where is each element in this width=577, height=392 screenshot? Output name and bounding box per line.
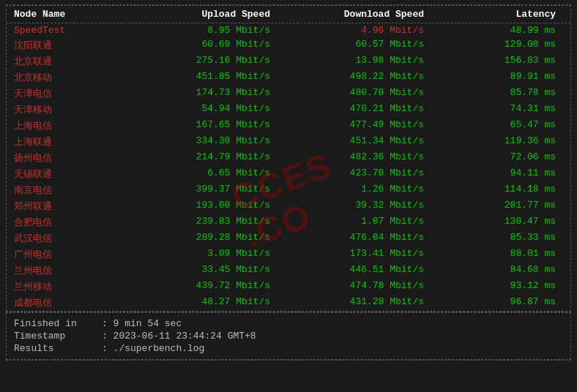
row-download: 1.26 Mbit/s — [285, 184, 439, 197]
table-row: 兰州移动 439.72 Mbit/s 474.78 Mbit/s 93.12 m… — [7, 279, 570, 295]
row-download: 173.41 Mbit/s — [285, 248, 439, 261]
header-latency: Latency — [439, 9, 556, 20]
footer-section: Finished in : 9 min 54 sec Timestamp : 2… — [6, 312, 571, 360]
row-name: 上海电信 — [14, 119, 131, 132]
row-download: 423.78 Mbit/s — [285, 167, 439, 181]
row-upload: 54.94 Mbit/s — [131, 103, 285, 116]
row-download: 482.36 Mbit/s — [285, 151, 439, 165]
header-upload-speed: Upload Speed — [131, 9, 285, 20]
row-name: 南京电信 — [14, 184, 131, 197]
row-download: 13.98 Mbit/s — [285, 55, 439, 68]
table-row: 天津电信 174.73 Mbit/s 480.70 Mbit/s 85.78 m… — [7, 86, 570, 102]
row-latency: 114.18 ms — [439, 184, 556, 197]
row-download: 498.22 Mbit/s — [285, 71, 439, 84]
row-name: 北京联通 — [14, 55, 131, 68]
row-latency: 65.47 ms — [439, 119, 556, 132]
row-upload: 451.85 Mbit/s — [131, 71, 285, 84]
header-download-speed: Download Speed — [285, 9, 439, 20]
row-upload: 60.69 Mbit/s — [131, 39, 285, 52]
footer-results-value: : ./superbench.log — [102, 343, 204, 354]
row-download: 1.07 Mbit/s — [285, 216, 439, 229]
row-latency: 85.33 ms — [439, 232, 556, 245]
row-name: 合肥电信 — [14, 216, 131, 229]
row-latency: 129.08 ms — [439, 39, 556, 52]
table-row: 北京联通 275.16 Mbit/s 13.98 Mbit/s 156.83 m… — [7, 53, 570, 69]
row-download: 4.96 Mbit/s — [285, 25, 439, 36]
row-name: 天津移动 — [14, 103, 131, 116]
row-upload: 289.28 Mbit/s — [131, 232, 285, 245]
row-download: 476.04 Mbit/s — [285, 232, 439, 245]
footer-finished: Finished in : 9 min 54 sec — [14, 317, 563, 330]
row-latency: 119.36 ms — [439, 135, 556, 148]
table-row: 武汉电信 289.28 Mbit/s 476.04 Mbit/s 85.33 m… — [7, 230, 570, 246]
table-row: 兰州电信 33.45 Mbit/s 446.51 Mbit/s 84.68 ms — [7, 263, 570, 279]
table-row: 上海联通 334.30 Mbit/s 451.34 Mbit/s 119.36 … — [7, 134, 570, 150]
row-name: 无锡联通 — [14, 167, 131, 181]
row-upload: 174.73 Mbit/s — [131, 87, 285, 100]
row-latency: 130.47 ms — [439, 216, 556, 229]
table-row: 南京电信 399.37 Mbit/s 1.26 Mbit/s 114.18 ms — [7, 182, 570, 198]
row-download: 39.32 Mbit/s — [285, 200, 439, 213]
row-upload: 6.65 Mbit/s — [131, 167, 285, 181]
row-upload: 167.65 Mbit/s — [131, 119, 285, 132]
row-latency: 93.12 ms — [439, 280, 556, 293]
footer-timestamp-label: Timestamp — [14, 331, 102, 342]
row-download: 446.51 Mbit/s — [285, 264, 439, 277]
footer-timestamp-value: : 2023-06-11 23:44:24 GMT+8 — [102, 331, 256, 342]
row-download: 451.34 Mbit/s — [285, 135, 439, 148]
table-row: 上海电信 167.65 Mbit/s 477.49 Mbit/s 65.47 m… — [7, 118, 570, 134]
row-upload: 439.72 Mbit/s — [131, 280, 285, 293]
row-latency: 88.01 ms — [439, 248, 556, 261]
table-body: SpeedTest 8.95 Mbit/s 4.96 Mbit/s 48.99 … — [7, 23, 570, 311]
footer-results: Results : ./superbench.log — [14, 342, 563, 355]
row-upload: 239.83 Mbit/s — [131, 216, 285, 229]
footer-results-label: Results — [14, 343, 102, 354]
row-upload: 33.45 Mbit/s — [131, 264, 285, 277]
row-name: 郑州联通 — [14, 200, 131, 213]
row-download: 60.57 Mbit/s — [285, 39, 439, 52]
row-latency: 85.78 ms — [439, 87, 556, 100]
row-name: 广州电信 — [14, 248, 131, 261]
row-latency: 156.83 ms — [439, 55, 556, 68]
row-upload: 399.37 Mbit/s — [131, 184, 285, 197]
row-upload: 3.09 Mbit/s — [131, 248, 285, 261]
row-name: 武汉电信 — [14, 232, 131, 245]
table-row: 无锡联通 6.65 Mbit/s 423.78 Mbit/s 94.11 ms — [7, 166, 570, 182]
row-upload: 193.00 Mbit/s — [131, 200, 285, 213]
table-row: 合肥电信 239.83 Mbit/s 1.07 Mbit/s 130.47 ms — [7, 214, 570, 230]
row-latency: 94.11 ms — [439, 167, 556, 181]
row-download: 431.28 Mbit/s — [285, 296, 439, 309]
row-name: 成都电信 — [14, 296, 131, 309]
row-name: 兰州电信 — [14, 264, 131, 277]
header-node-name: Node Name — [14, 9, 131, 20]
row-name: SpeedTest — [14, 25, 131, 36]
row-latency: 201.77 ms — [439, 200, 556, 213]
row-download: 480.70 Mbit/s — [285, 87, 439, 100]
row-name: 兰州移动 — [14, 280, 131, 293]
table-header: Node Name Upload Speed Download Speed La… — [7, 6, 570, 23]
table-row: 沈阳联通 60.69 Mbit/s 60.57 Mbit/s 129.08 ms — [7, 37, 570, 53]
row-upload: 275.16 Mbit/s — [131, 55, 285, 68]
row-upload: 334.30 Mbit/s — [131, 135, 285, 148]
footer-timestamp: Timestamp : 2023-06-11 23:44:24 GMT+8 — [14, 330, 563, 342]
row-download: 477.49 Mbit/s — [285, 119, 439, 132]
row-upload: 214.79 Mbit/s — [131, 151, 285, 165]
row-download: 474.78 Mbit/s — [285, 280, 439, 293]
row-latency: 72.06 ms — [439, 151, 556, 165]
table-row: SpeedTest 8.95 Mbit/s 4.96 Mbit/s 48.99 … — [7, 23, 570, 37]
row-name: 北京移动 — [14, 71, 131, 84]
table-row: 广州电信 3.09 Mbit/s 173.41 Mbit/s 88.01 ms — [7, 246, 570, 263]
row-latency: 84.68 ms — [439, 264, 556, 277]
results-table: Node Name Upload Speed Download Speed La… — [6, 5, 571, 312]
row-name: 扬州电信 — [14, 151, 131, 165]
row-upload: 48.27 Mbit/s — [131, 296, 285, 309]
footer-finished-label: Finished in — [14, 318, 102, 329]
row-upload: 8.95 Mbit/s — [131, 25, 285, 36]
table-row: 北京移动 451.85 Mbit/s 498.22 Mbit/s 89.91 m… — [7, 69, 570, 86]
row-latency: 96.87 ms — [439, 296, 556, 309]
table-row: 扬州电信 214.79 Mbit/s 482.36 Mbit/s 72.06 m… — [7, 150, 570, 166]
row-name: 天津电信 — [14, 87, 131, 100]
row-name: 沈阳联通 — [14, 39, 131, 52]
footer-finished-value: : 9 min 54 sec — [102, 318, 182, 329]
row-latency: 48.99 ms — [439, 25, 556, 36]
